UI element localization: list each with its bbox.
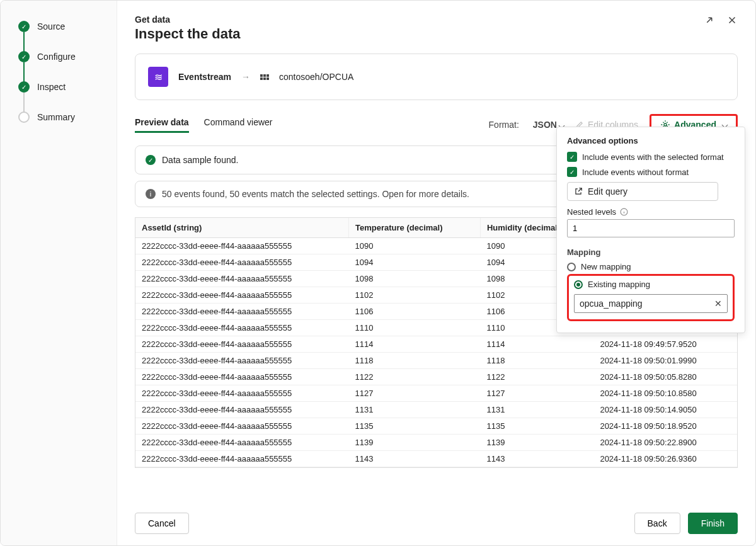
cell: 2024-11-18 09:50:26.9360 — [593, 451, 736, 467]
cell: 2024-11-18 09:50:05.8280 — [593, 369, 736, 385]
cell: 2222cccc-33dd-eeee-ff44-aaaaaa555555 — [135, 287, 349, 304]
cell: 1135 — [480, 418, 593, 435]
table-row[interactable]: 2222cccc-33dd-eeee-ff44-aaaaaa5555551114… — [135, 336, 737, 353]
cell: 1106 — [349, 304, 481, 320]
step-label: Source — [37, 21, 65, 31]
tab-preview-data[interactable]: Preview data — [135, 117, 189, 133]
check-icon: ✓ — [18, 21, 30, 32]
cell: 1127 — [480, 385, 593, 402]
cell: 1094 — [349, 254, 481, 271]
nested-levels-label: Nested levels — [567, 207, 735, 217]
close-icon[interactable] — [726, 14, 738, 26]
cell: 2222cccc-33dd-eeee-ff44-aaaaaa555555 — [135, 435, 349, 451]
step-label: Configure — [37, 52, 76, 62]
table-row[interactable]: 2222cccc-33dd-eeee-ff44-aaaaaa5555551122… — [135, 369, 737, 385]
cell: 2222cccc-33dd-eeee-ff44-aaaaaa555555 — [135, 418, 349, 435]
mapping-name-input[interactable]: opcua_mapping ✕ — [574, 294, 728, 313]
cell: 2222cccc-33dd-eeee-ff44-aaaaaa555555 — [135, 336, 349, 353]
nested-levels-input[interactable] — [567, 219, 735, 237]
tab-command-viewer[interactable]: Command viewer — [204, 117, 273, 133]
cell: 2222cccc-33dd-eeee-ff44-aaaaaa555555 — [135, 320, 349, 336]
step-configure[interactable]: ✓ Configure — [18, 51, 117, 62]
arrow-right-icon: → — [241, 72, 250, 82]
cell: 1102 — [349, 287, 481, 304]
cell: 1098 — [349, 271, 481, 287]
cell: 1143 — [480, 451, 593, 467]
checkbox-include-without[interactable]: ✓ Include events without format — [567, 167, 735, 177]
finish-button[interactable]: Finish — [688, 513, 738, 534]
cell: 1090 — [349, 238, 481, 254]
cell: 2024-11-18 09:50:01.9990 — [593, 353, 736, 369]
table-icon — [260, 74, 269, 80]
info-icon: i — [146, 189, 156, 199]
checkbox-include-selected[interactable]: ✓ Include events with the selected forma… — [567, 152, 735, 162]
mapping-label: Mapping — [567, 247, 735, 257]
info-icon[interactable] — [620, 208, 628, 216]
cell: 1110 — [349, 320, 481, 336]
circle-icon — [18, 111, 30, 123]
table-row[interactable]: 2222cccc-33dd-eeee-ff44-aaaaaa5555551135… — [135, 418, 737, 435]
page-title: Inspect the data — [135, 26, 240, 42]
cell: 1127 — [349, 385, 481, 402]
step-label: Summary — [37, 112, 75, 122]
back-button[interactable]: Back — [634, 513, 680, 534]
column-header[interactable]: Temperature (decimal) — [349, 218, 481, 238]
advanced-title: Advanced options — [567, 136, 735, 145]
cell: 2222cccc-33dd-eeee-ff44-aaaaaa555555 — [135, 369, 349, 385]
cell: 1118 — [349, 353, 481, 369]
radio-icon — [567, 263, 576, 271]
cell: 2222cccc-33dd-eeee-ff44-aaaaaa555555 — [135, 238, 349, 254]
status-text: Data sample found. — [162, 155, 238, 165]
open-icon — [574, 187, 583, 196]
wizard-sidebar: ✓ Source ✓ Configure ✓ Inspect Summary — [1, 1, 117, 545]
cell: 2024-11-18 09:49:57.9520 — [593, 336, 736, 353]
svg-point-0 — [664, 123, 667, 126]
breadcrumb: Get data — [135, 14, 240, 25]
cell: 1114 — [349, 336, 481, 353]
step-source[interactable]: ✓ Source — [18, 21, 117, 32]
cancel-button[interactable]: Cancel — [135, 513, 189, 534]
table-row[interactable]: 2222cccc-33dd-eeee-ff44-aaaaaa5555551139… — [135, 435, 737, 451]
cell: 1135 — [349, 418, 481, 435]
advanced-options-panel: Advanced options ✓ Include events with t… — [556, 127, 745, 333]
source-target: contosoeh/OPCUA — [279, 72, 353, 82]
table-row[interactable]: 2222cccc-33dd-eeee-ff44-aaaaaa5555551127… — [135, 385, 737, 402]
cell: 1131 — [480, 402, 593, 418]
check-icon: ✓ — [18, 51, 30, 62]
cell: 2222cccc-33dd-eeee-ff44-aaaaaa555555 — [135, 254, 349, 271]
column-header[interactable]: AssetId (string) — [135, 218, 349, 238]
eventstream-icon: ≋ — [148, 67, 168, 87]
cell: 1122 — [480, 369, 593, 385]
check-icon: ✓ — [146, 155, 156, 165]
radio-existing-mapping[interactable]: Existing mapping — [574, 280, 728, 289]
cell: 2024-11-18 09:50:10.8580 — [593, 385, 736, 402]
cell: 1118 — [480, 353, 593, 369]
radio-selected-icon — [574, 280, 583, 289]
table-row[interactable]: 2222cccc-33dd-eeee-ff44-aaaaaa5555551118… — [135, 353, 737, 369]
edit-query-button[interactable]: Edit query — [567, 182, 718, 201]
step-inspect[interactable]: ✓ Inspect — [18, 81, 117, 93]
format-label: Format: — [489, 120, 519, 130]
cell: 1122 — [349, 369, 481, 385]
checkbox-checked-icon: ✓ — [567, 152, 577, 162]
cell: 2222cccc-33dd-eeee-ff44-aaaaaa555555 — [135, 353, 349, 369]
existing-mapping-highlight: Existing mapping opcua_mapping ✕ — [567, 274, 735, 321]
clear-icon[interactable]: ✕ — [714, 299, 722, 309]
source-card: ≋ Eventstream → contosoeh/OPCUA — [135, 54, 738, 100]
cell: 2222cccc-33dd-eeee-ff44-aaaaaa555555 — [135, 304, 349, 320]
radio-new-mapping[interactable]: New mapping — [567, 262, 735, 271]
step-label: Inspect — [37, 82, 66, 92]
cell: 1143 — [349, 451, 481, 467]
check-icon: ✓ — [18, 81, 30, 93]
expand-icon[interactable] — [704, 14, 715, 26]
source-name: Eventstream — [178, 72, 231, 82]
cell: 2024-11-18 09:50:22.8900 — [593, 435, 736, 451]
table-row[interactable]: 2222cccc-33dd-eeee-ff44-aaaaaa5555551143… — [135, 451, 737, 467]
table-row[interactable]: 2222cccc-33dd-eeee-ff44-aaaaaa5555551131… — [135, 402, 737, 418]
step-summary[interactable]: Summary — [18, 111, 117, 123]
checkbox-checked-icon: ✓ — [567, 167, 577, 177]
events-info-text: 50 events found, 50 events match the sel… — [162, 189, 469, 199]
cell: 1131 — [349, 402, 481, 418]
cell: 2222cccc-33dd-eeee-ff44-aaaaaa555555 — [135, 271, 349, 287]
cell: 2222cccc-33dd-eeee-ff44-aaaaaa555555 — [135, 385, 349, 402]
